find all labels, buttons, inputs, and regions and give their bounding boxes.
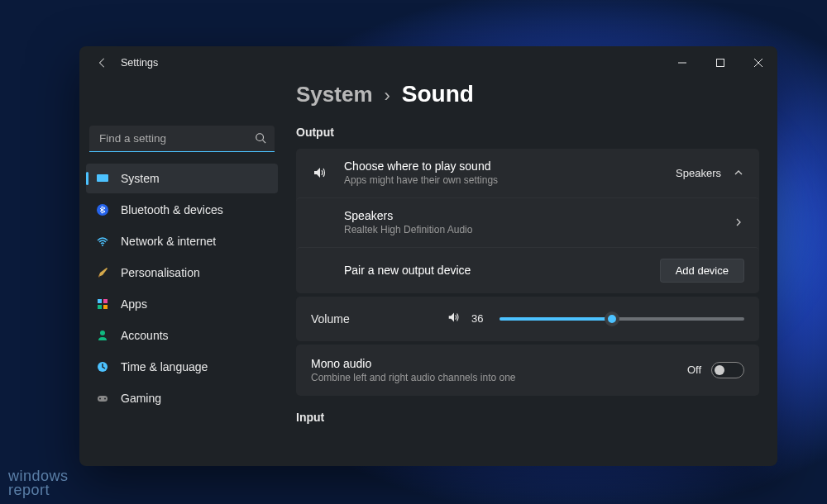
section-input-label: Input — [296, 411, 759, 424]
minimize-button[interactable] — [663, 50, 701, 76]
profile-area — [86, 79, 278, 126]
choose-output-row[interactable]: Choose where to play sound Apps might ha… — [296, 149, 759, 197]
svg-point-13 — [100, 330, 105, 335]
svg-point-17 — [104, 398, 106, 400]
volume-label: Volume — [311, 312, 350, 326]
window-title: Settings — [121, 57, 158, 69]
sidebar: System Bluetooth & devices Network & int… — [79, 79, 284, 466]
game-icon — [96, 392, 109, 405]
svg-point-8 — [102, 245, 103, 246]
svg-rect-9 — [98, 299, 102, 303]
main-content: System › Sound Output Choose where to pl… — [284, 79, 777, 466]
search-input[interactable] — [89, 126, 275, 152]
display-icon — [96, 172, 109, 185]
chevron-up-icon — [733, 168, 744, 178]
sidebar-item-gaming[interactable]: Gaming — [86, 383, 278, 413]
breadcrumb-parent[interactable]: System — [296, 82, 373, 107]
sidebar-item-label: Time & language — [121, 360, 208, 373]
chevron-right-icon: › — [385, 85, 390, 107]
sidebar-item-label: Gaming — [121, 392, 161, 405]
sidebar-item-time[interactable]: Time & language — [86, 352, 278, 382]
bluetooth-icon — [96, 203, 109, 216]
sidebar-item-label: Network & internet — [121, 235, 216, 248]
section-output-label: Output — [296, 126, 759, 139]
output-device-value: Speakers — [676, 167, 721, 179]
svg-point-16 — [99, 398, 101, 400]
sidebar-item-label: Apps — [121, 297, 147, 311]
volume-slider[interactable] — [500, 311, 744, 327]
settings-window: Settings System Bluetooth & devices — [79, 46, 777, 466]
sidebar-item-accounts[interactable]: Accounts — [86, 321, 278, 350]
speaker-icon — [311, 164, 329, 181]
sidebar-nav: System Bluetooth & devices Network & int… — [86, 164, 278, 413]
chevron-right-icon — [733, 217, 744, 227]
row-title: Choose where to play sound — [344, 159, 676, 174]
svg-rect-1 — [717, 59, 724, 67]
sidebar-item-label: Accounts — [121, 329, 169, 342]
apps-icon — [96, 297, 109, 311]
person-icon — [96, 329, 109, 342]
row-title: Pair a new output device — [344, 263, 660, 278]
pair-device-row: Pair a new output device Add device — [296, 247, 759, 293]
row-subtitle: Realtek High Definition Audio — [344, 224, 733, 237]
breadcrumb: System › Sound — [296, 81, 759, 107]
svg-rect-6 — [97, 174, 108, 182]
volume-value: 36 — [471, 312, 490, 325]
svg-rect-11 — [98, 305, 102, 309]
row-subtitle: Apps might have their own settings — [344, 174, 676, 188]
sidebar-item-personalisation[interactable]: Personalisation — [86, 258, 278, 288]
sidebar-item-system[interactable]: System — [86, 164, 278, 193]
row-title: Mono audio — [311, 356, 687, 371]
brush-icon — [96, 266, 109, 279]
sidebar-item-bluetooth[interactable]: Bluetooth & devices — [86, 195, 278, 225]
output-device-group: Choose where to play sound Apps might ha… — [296, 149, 759, 293]
sidebar-item-label: Bluetooth & devices — [121, 203, 223, 216]
svg-rect-10 — [103, 299, 108, 303]
volume-row: Volume 36 — [296, 297, 759, 341]
toggle-state: Off — [687, 364, 701, 376]
svg-rect-15 — [98, 396, 108, 402]
speakers-device-row[interactable]: Speakers Realtek High Definition Audio — [296, 197, 759, 247]
watermark: windowsreport — [8, 469, 69, 497]
maximize-button[interactable] — [701, 50, 739, 76]
sidebar-item-label: System — [121, 172, 160, 185]
svg-rect-12 — [103, 305, 108, 309]
sidebar-item-label: Personalisation — [121, 266, 200, 279]
speaker-icon[interactable] — [447, 310, 461, 328]
add-device-button[interactable]: Add device — [660, 259, 744, 283]
back-button[interactable] — [91, 51, 114, 74]
titlebar: Settings — [79, 46, 777, 79]
close-button[interactable] — [739, 50, 777, 76]
breadcrumb-current: Sound — [402, 81, 474, 107]
sidebar-item-apps[interactable]: Apps — [86, 289, 278, 319]
row-subtitle: Combine left and right audio channels in… — [311, 372, 687, 385]
mono-audio-row: Mono audio Combine left and right audio … — [296, 345, 759, 397]
mono-audio-toggle[interactable] — [711, 362, 744, 378]
wifi-icon — [96, 235, 109, 248]
clock-icon — [96, 360, 109, 373]
row-title: Speakers — [344, 208, 733, 223]
sidebar-item-network[interactable]: Network & internet — [86, 226, 278, 256]
